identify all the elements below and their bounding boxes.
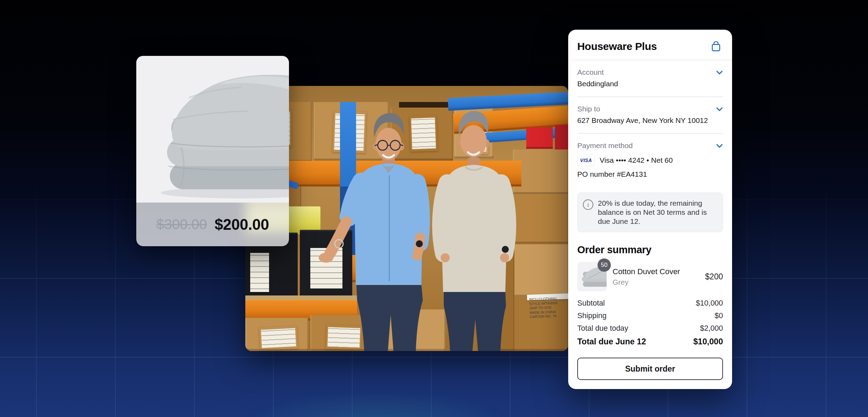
warehouse-photo: INCU CLOTHING STYLE IMTR0005 SHIP TO SYD… [245,86,568,351]
notice-text: 20% is due today, the remaining balance … [598,199,716,226]
po-number: PO number #EA4131 [577,170,723,178]
chevron-down-icon[interactable] [716,144,723,148]
page-background: INCU CLOTHING STYLE IMTR0005 SHIP TO SYD… [0,0,868,417]
ship-to-selector[interactable]: Ship to [577,105,723,113]
visa-logo: VISA [577,154,595,166]
due-today-row: Total due today $2,000 [577,322,723,335]
left-man [319,113,423,351]
chevron-down-icon[interactable] [716,107,723,111]
price-strip: $300.00 $200.00 [136,203,289,246]
payment-terms-notice: i 20% is due today, the remaining balanc… [577,192,723,232]
card-on-file: VISA Visa •••• 4242 • Net 60 [577,154,723,166]
duvet-illustration [136,56,289,203]
due-today-value: $2,000 [700,322,723,335]
cart-button[interactable] [709,39,723,53]
card-details: Visa •••• 4242 • Net 60 [600,156,673,164]
account-value: Beddingland [577,80,723,88]
due-today-label: Total due today [577,322,628,335]
shipping-value: $0 [715,309,723,322]
subtotal-row: Subtotal $10,000 [577,297,723,309]
item-name: Cotton Duvet Cover [613,267,705,276]
product-card: $300.00 $200.00 [136,56,289,246]
bag-icon [709,40,723,53]
total-due-label: Total due June 12 [577,335,646,349]
ship-to-section: Ship to 627 Broadway Ave, New York NY 10… [577,97,723,134]
item-variant: Grey [613,278,705,286]
old-price: $300.00 [156,216,207,233]
account-section: Account Beddingland [577,60,723,97]
chevron-down-icon[interactable] [716,70,723,75]
item-info: Cotton Duvet Cover Grey [613,267,705,286]
two-founders-illustration [245,86,568,351]
right-man [441,111,509,351]
background-glow [168,340,587,417]
item-price: $200 [705,272,723,281]
payment-section: Payment method VISA Visa •••• 4242 • Net… [577,134,723,178]
submit-order-button[interactable]: Submit order [577,358,723,380]
duvet-product-image [136,56,289,203]
info-icon: i [583,199,593,210]
order-item-row: 50 Cotton Duvet Cover Grey $200 [577,262,723,291]
subtotal-label: Subtotal [577,297,605,309]
panel-header: Houseware Plus [577,30,723,60]
order-summary-heading: Order summary [577,244,723,256]
merchant-title: Houseware Plus [577,41,657,52]
shipping-label: Shipping [577,309,607,322]
current-price: $200.00 [215,216,269,233]
payment-method-selector[interactable]: Payment method [577,141,723,150]
shipping-row: Shipping $0 [577,309,723,322]
account-label: Account [577,68,604,76]
totals: Subtotal $10,000 Shipping $0 Total due t… [577,297,723,349]
total-due-row: Total due June 12 $10,000 [577,335,723,349]
total-due-value: $10,000 [693,335,723,349]
ship-to-value: 627 Broadway Ave, New York NY 10012 [577,116,723,125]
checkout-panel: Houseware Plus Account Beddingland [568,30,732,389]
ship-to-label: Ship to [577,105,600,113]
account-selector[interactable]: Account [577,68,723,76]
quantity-badge: 50 [598,258,611,272]
subtotal-value: $10,000 [696,297,723,309]
item-thumbnail: 50 [577,262,607,291]
payment-label: Payment method [577,141,633,150]
